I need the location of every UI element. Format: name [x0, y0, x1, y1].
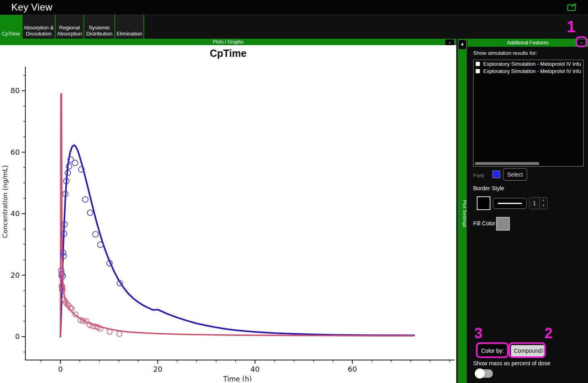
svg-text:20: 20 — [153, 365, 162, 373]
result-label: Exploratory Simulation - Metoprolol IV i… — [483, 68, 581, 74]
additional-features-panel: Additional Features - Show simulation re… — [467, 39, 588, 383]
svg-text:0: 0 — [58, 365, 62, 373]
font-label: Font: — [473, 173, 485, 179]
simulation-results-list[interactable]: Exploratory Simulation - Metoprolol IV i… — [473, 60, 584, 167]
additional-features-header: Additional Features - — [467, 39, 588, 47]
color-by-dropdown-value: Compound — [511, 348, 542, 354]
svg-text:40: 40 — [250, 365, 260, 373]
tab-bar: CpTimeAbsorption & DissolutionRegional A… — [0, 15, 588, 39]
show-mass-label: Show mass as percent of dose — [473, 360, 550, 366]
plots-expand-button[interactable]: + — [458, 40, 466, 50]
simulation-result-item[interactable]: Exploratory Simulation - Metoprolol IV i… — [474, 67, 583, 75]
plot-area: CpTime 0204060Time (h)020406080Concentra… — [0, 45, 456, 383]
result-checkbox[interactable] — [476, 69, 480, 73]
border-color-swatch[interactable] — [477, 196, 490, 210]
svg-text:60: 60 — [10, 148, 20, 156]
border-line-style-picker[interactable] — [493, 198, 527, 209]
svg-text:Time (h): Time (h) — [223, 375, 252, 381]
toggle-knob — [475, 368, 485, 379]
additional-features-collapse-button[interactable]: - — [577, 39, 586, 46]
window-title: Key View — [11, 2, 52, 13]
svg-text:0: 0 — [15, 332, 20, 341]
svg-text:80: 80 — [10, 86, 20, 95]
tab-absorption-dissolution[interactable]: Absorption & Dissolution — [23, 15, 56, 39]
cp-time-chart: 0204060Time (h)020406080Concentration (n… — [0, 45, 456, 381]
plot-settings-strip-column: + Plot Settings — [456, 39, 467, 383]
annotation-number-1: 1 — [567, 18, 576, 36]
border-width-spinner[interactable]: 1 ▲ ▼ — [529, 197, 548, 209]
line-style-preview — [498, 203, 522, 204]
show-mass-toggle[interactable] — [475, 369, 493, 378]
annotation-number-3: 3 — [474, 325, 482, 342]
title-bar: Key View — [0, 0, 588, 15]
svg-text:60: 60 — [348, 365, 357, 373]
color-by-button[interactable]: Color by: — [478, 345, 507, 356]
annotation-number-2: 2 — [544, 325, 553, 342]
font-color-swatch[interactable] — [492, 171, 500, 178]
svg-text:20: 20 — [10, 271, 20, 279]
plot-settings-tab[interactable]: Plot Settings — [458, 200, 467, 227]
show-results-label: Show simulation results for: — [473, 50, 537, 56]
spinner-up-icon[interactable]: ▲ — [540, 198, 547, 203]
color-by-dropdown[interactable]: Compound ▲▼ — [511, 345, 544, 356]
font-select-button[interactable]: Select — [503, 168, 527, 181]
simulation-result-item[interactable]: Exploratory Simulation - Metoprolol IV i… — [474, 60, 583, 67]
fill-color-swatch[interactable] — [496, 217, 510, 231]
plots-graphs-header: Plots / Graphs - — [0, 39, 456, 45]
export-icon[interactable] — [567, 3, 578, 11]
result-checkbox[interactable] — [476, 62, 480, 66]
plot-title: CpTime — [0, 48, 456, 59]
border-width-value: 1 — [530, 198, 539, 209]
result-label: Exploratory Simulation - Metoprolol IV i… — [483, 61, 581, 67]
svg-text:Concentration (ng/mL): Concentration (ng/mL) — [1, 165, 9, 238]
tab-regional-absorption[interactable]: Regional Absorption — [56, 15, 84, 39]
spinner-down-icon[interactable]: ▼ — [540, 203, 547, 209]
dropdown-arrows-icon: ▲▼ — [542, 348, 544, 354]
fill-color-label: Fill Color — [473, 220, 495, 227]
plots-graphs-header-label: Plots / Graphs — [213, 39, 243, 45]
tab-cptime[interactable]: CpTime — [0, 15, 23, 39]
svg-text:40: 40 — [10, 209, 20, 218]
tab-systemic-distribution[interactable]: Systemic Distribution — [84, 15, 115, 39]
tab-elimination[interactable]: Elimination — [115, 15, 144, 39]
plots-graphs-panel: Plots / Graphs - CpTime 0204060Time (h)0… — [0, 39, 456, 383]
additional-features-header-label: Additional Features — [507, 40, 549, 46]
border-style-label: Border Style — [473, 185, 504, 192]
horizontal-scrollbar[interactable] — [475, 162, 539, 165]
